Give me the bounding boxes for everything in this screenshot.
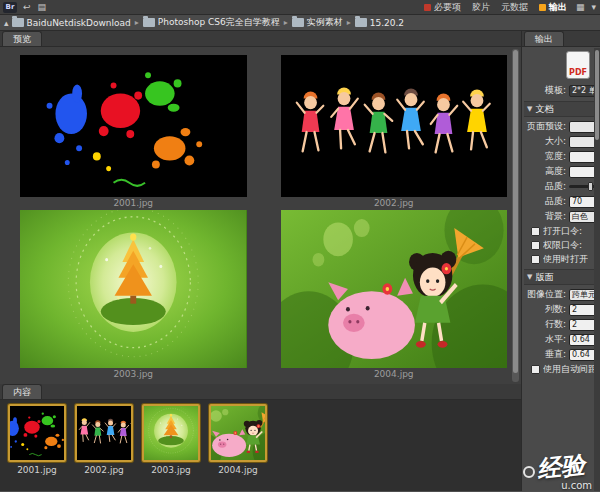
preview-panel-tabs: 预览	[0, 31, 521, 47]
rows-input[interactable]: 2	[569, 319, 597, 331]
field-row: 水平: 0.64	[524, 332, 600, 347]
contact-sheet-grid: 2001.jpg 2002.jpg 2003.jpg 2004.jpg	[20, 55, 507, 381]
tab-output[interactable]: 输出	[524, 31, 564, 46]
thumbnail-image-tree	[144, 406, 198, 460]
slider-knob[interactable]	[588, 182, 593, 191]
output-panel-body: PDF 模板: 2*2 单元格▾ ▼ 文档 页面预设: ▾ 大	[522, 47, 600, 491]
content-thumbnail[interactable]: 2004.jpg	[207, 404, 269, 491]
field-row: 品质: 70	[524, 194, 600, 209]
folder-up-icon[interactable]: ▴	[4, 18, 9, 28]
disclosure-triangle-icon: ▼	[527, 273, 532, 281]
field-row: 列数: 2	[524, 302, 600, 317]
boomerang-icon[interactable]: ↩	[22, 2, 32, 13]
output-panel-tabs: 输出	[522, 31, 600, 47]
content-thumbnail[interactable]: 2002.jpg	[73, 404, 135, 491]
essentials-icon	[424, 4, 431, 11]
output-workspace-icon	[539, 4, 546, 11]
field-row: 高度:	[524, 164, 600, 179]
content-thumbnail[interactable]: 2001.jpg	[6, 404, 68, 491]
template-row: 模板: 2*2 单元格▾	[524, 83, 600, 98]
columns-input[interactable]: 2	[569, 304, 597, 316]
checkbox-row: 使用自动间距	[524, 362, 600, 376]
width-input[interactable]	[569, 151, 597, 163]
thumbnail-filename: 2002.jpg	[84, 465, 124, 475]
preview-caption: 2002.jpg	[281, 197, 508, 210]
thumbnail-filename: 2003.jpg	[151, 465, 191, 475]
new-folder-icon[interactable]: ▤	[37, 2, 48, 13]
thumbnail-image-girl	[211, 406, 265, 460]
vertical-spacing-input[interactable]: 0.64	[569, 349, 597, 361]
field-row: 图像位置: 跨单元格▾	[524, 287, 600, 302]
left-column: 预览 2001.jpg 2002.jpg	[0, 31, 521, 491]
thumbnail-frame[interactable]	[142, 404, 200, 462]
main-area: 预览 2001.jpg 2002.jpg	[0, 31, 600, 491]
preview-scrollbar[interactable]	[512, 49, 519, 382]
template-label: 模板:	[524, 84, 566, 97]
breadcrumb-item-root[interactable]: BaiduNetdiskDownload	[12, 18, 131, 28]
output-panel: 输出 PDF 模板: 2*2 单元格▾ ▼ 文档 页面预设:	[521, 31, 600, 491]
folder-icon	[12, 18, 24, 27]
horizontal-spacing-input[interactable]: 0.64	[569, 334, 597, 346]
thumbnail-frame[interactable]	[75, 404, 133, 462]
output-scrollbar-thumb[interactable]	[595, 50, 599, 140]
bridge-app: Br ↩ ▤ 必要项 胶片 元数据 输出 ▦ ▾ ▴ BaiduNetdiskD…	[0, 0, 600, 491]
field-row: 行数: 2	[524, 317, 600, 332]
content-thumbnail[interactable]: 2003.jpg	[140, 404, 202, 491]
thumbnail-filename: 2001.jpg	[17, 465, 57, 475]
preview-cell: 2001.jpg	[20, 55, 247, 210]
thumbnail-filename: 2004.jpg	[218, 465, 258, 475]
workspace-essentials[interactable]: 必要项	[421, 1, 464, 14]
preview-scrollbar-thumb[interactable]	[513, 50, 518, 373]
tab-preview[interactable]: 预览	[2, 31, 42, 46]
breadcrumb-separator: ▸	[283, 18, 289, 27]
thumbnail-image-splatter	[10, 406, 64, 460]
auto-spacing-checkbox[interactable]	[531, 365, 540, 374]
breadcrumb-item-current[interactable]: 15.20.2	[355, 18, 404, 28]
quality-input[interactable]: 70	[569, 196, 597, 208]
breadcrumb-separator: ▸	[134, 18, 140, 27]
checkbox-row: 权限口令:	[524, 238, 600, 252]
field-row: 大小: ▾	[524, 134, 600, 149]
thumbnail-grid-icon[interactable]: ▦	[575, 2, 586, 13]
tab-content[interactable]: 内容	[2, 384, 42, 399]
bridge-logo: Br	[3, 2, 17, 13]
workspace-metadata[interactable]: 元数据	[498, 1, 531, 14]
checkbox-row: 使用时打开	[524, 252, 600, 266]
preview-panel: 预览 2001.jpg 2002.jpg	[0, 31, 521, 384]
permission-password-checkbox[interactable]	[531, 241, 540, 250]
disclosure-triangle-icon: ▼	[527, 105, 532, 113]
field-row: 垂直: 0.64	[524, 347, 600, 362]
preview-cell: 2003.jpg	[20, 210, 247, 381]
preview-caption: 2001.jpg	[20, 197, 247, 210]
checkbox-row: 打开口令:	[524, 224, 600, 238]
folder-icon	[292, 18, 304, 27]
pdf-output-button[interactable]: PDF	[566, 51, 590, 79]
preview-image-tree	[20, 210, 247, 368]
open-password-checkbox[interactable]	[531, 227, 540, 236]
preview-image-girl	[281, 210, 508, 368]
top-toolbar: Br ↩ ▤ 必要项 胶片 元数据 输出 ▦ ▾	[0, 0, 600, 15]
preview-cell: 2004.jpg	[281, 210, 508, 381]
preview-cell: 2002.jpg	[281, 55, 508, 210]
chevron-down-icon[interactable]: ▾	[590, 2, 597, 13]
preview-caption: 2003.jpg	[20, 368, 247, 381]
output-scrollbar[interactable]	[594, 48, 600, 491]
field-row: 品质:	[524, 179, 600, 194]
content-panel-tabs: 内容	[0, 384, 521, 400]
field-row: 页面预设: ▾	[524, 119, 600, 134]
folder-icon	[355, 18, 367, 27]
breadcrumb: ▴ BaiduNetdiskDownload ▸ Photoshop CS6完全…	[0, 15, 600, 31]
open-preview-checkbox[interactable]	[531, 255, 540, 264]
height-input[interactable]	[569, 166, 597, 178]
thumbnail-frame[interactable]	[8, 404, 66, 462]
preview-caption: 2004.jpg	[281, 368, 508, 381]
field-row: 宽度:	[524, 149, 600, 164]
preview-image-dancers	[281, 55, 508, 197]
workspace-output[interactable]: 输出	[536, 1, 570, 14]
breadcrumb-item-tutorial[interactable]: Photoshop CS6完全自学教程	[143, 16, 280, 29]
section-document[interactable]: ▼ 文档	[524, 101, 600, 117]
workspace-filmstrip[interactable]: 胶片	[469, 1, 493, 14]
section-layout[interactable]: ▼ 版面	[524, 269, 600, 285]
breadcrumb-item-material[interactable]: 实例素材	[292, 16, 343, 29]
thumbnail-frame[interactable]	[209, 404, 267, 462]
